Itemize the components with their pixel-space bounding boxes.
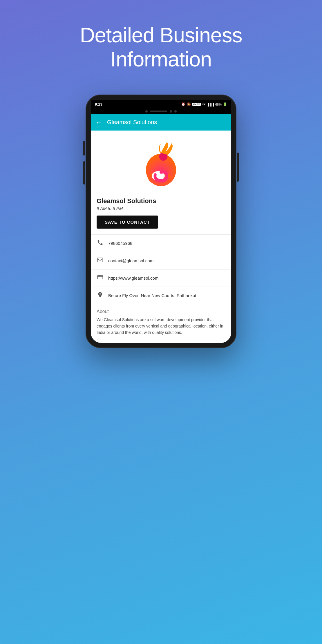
toolbar-title: Gleamsol Solutions: [107, 119, 157, 126]
phone-icon: [97, 239, 104, 247]
lte-badge: VoLTE: [192, 103, 200, 106]
alarm-icon: ⏰: [181, 102, 185, 106]
side-button-volume-down: [83, 161, 85, 184]
business-info-section: Gleamsol Solutions 9 AM to 5 PM SAVE TO …: [91, 194, 231, 234]
website-row[interactable]: https://www.gleamsol.com: [91, 269, 231, 287]
location-icon: [97, 292, 104, 299]
battery-text: 68%: [215, 103, 222, 106]
side-button-power: [237, 153, 239, 182]
about-section: About We Gleamsol Solutions are a softwa…: [91, 304, 231, 343]
svg-point-8: [99, 276, 100, 276]
svg-rect-4: [97, 258, 103, 262]
notch-dot-1: [145, 110, 148, 113]
svg-point-7: [98, 276, 99, 276]
phone-mockup: 9:23 ⏰ 🔕 VoLTE ▾▾ ▐▐▐ 68% 🔋 ← Gleamso: [86, 95, 236, 348]
about-text: We Gleamsol Solutions are a software dev…: [97, 316, 225, 336]
business-name: Gleamsol Solutions: [97, 197, 225, 205]
side-button-volume-up: [83, 141, 85, 155]
heading-line1: Detailed Business: [80, 23, 242, 47]
page-heading: Detailed Business Information: [80, 23, 242, 71]
phone-number: 7986045968: [108, 241, 132, 246]
about-heading: About: [97, 309, 225, 314]
email-row[interactable]: contact@gleamsol.com: [91, 252, 231, 269]
notch-dot-3: [174, 110, 177, 113]
wifi-icon: ▾▾: [202, 102, 206, 106]
email-icon: [97, 257, 104, 265]
business-hours: 9 AM to 5 PM: [97, 206, 225, 211]
status-time: 9:23: [95, 102, 102, 106]
notch-dot-2: [170, 110, 172, 113]
business-logo: [138, 142, 184, 189]
silent-icon: 🔕: [187, 102, 191, 106]
phone-screen: ← Gleamsol Solutions: [91, 114, 231, 343]
logo-section: [91, 131, 231, 194]
phone-frame: 9:23 ⏰ 🔕 VoLTE ▾▾ ▐▐▐ 68% 🔋 ← Gleamso: [86, 95, 236, 348]
save-to-contact-button[interactable]: SAVE TO CONTACT: [97, 216, 158, 229]
website-icon: [97, 274, 104, 282]
notch-speaker: [150, 111, 167, 112]
status-icons: ⏰ 🔕 VoLTE ▾▾ ▐▐▐ 68% 🔋: [181, 102, 227, 106]
back-button[interactable]: ←: [95, 118, 102, 126]
phone-row[interactable]: 7986045968: [91, 235, 231, 252]
address-row[interactable]: Before Fly Over, Near New Courts. Pathan…: [91, 287, 231, 304]
address-text: Before Fly Over, Near New Courts. Pathan…: [108, 293, 196, 298]
email-address: contact@gleamsol.com: [108, 258, 153, 263]
signal-icon: ▐▐▐: [207, 103, 214, 106]
website-url: https://www.gleamsol.com: [108, 276, 158, 281]
app-toolbar: ← Gleamsol Solutions: [91, 114, 231, 131]
battery-icon: 🔋: [223, 102, 227, 106]
heading-line2: Information: [110, 48, 211, 71]
status-bar: 9:23 ⏰ 🔕 VoLTE ▾▾ ▐▐▐ 68% 🔋: [91, 100, 231, 109]
app-content: Gleamsol Solutions 9 AM to 5 PM SAVE TO …: [91, 131, 231, 343]
